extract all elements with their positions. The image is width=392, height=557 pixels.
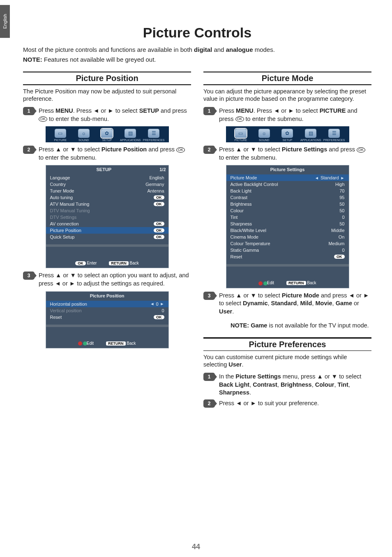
step-1: 1 Press MENU. Press ◄ or ► to select SET…	[23, 107, 191, 123]
osd-row-value: OK	[154, 195, 164, 200]
osd-row-label: ATV Manual Tuning	[50, 202, 90, 207]
osd-title: Picture Position	[48, 293, 166, 298]
tab-picture: ▭PICTURE	[49, 129, 72, 142]
applications-icon: ▤	[125, 129, 136, 138]
right-arrow-icon: ►	[160, 302, 164, 306]
preferences-icon: ☰	[328, 129, 340, 138]
intro-line-2: NOTE: Features not available will be gre…	[23, 56, 371, 64]
osd-row-label: Reset	[50, 315, 62, 320]
osd-row: ATV Manual TuningOK	[46, 201, 168, 207]
osd-row-value: OK	[154, 228, 164, 233]
picture-icon: ▭	[55, 129, 66, 138]
osd-row-value: Medium	[328, 241, 344, 246]
osd-row: LanguageEnglish	[46, 174, 168, 181]
osd-tab-bar-setup: ▭PICTURE ☼SOUND ✿SETUP ▤APPLICATIONS ☰PR…	[46, 126, 169, 142]
osd-row-label: Back Light	[231, 188, 251, 193]
tab-setup: ✿SETUP	[276, 129, 299, 142]
page-title: Picture Controls	[23, 25, 371, 41]
step-2: 2 Press ▲ or ▼ to select Picture Setting…	[203, 146, 371, 162]
osd-row-value: ◄Standard►	[315, 175, 344, 180]
osd-row-label: Tuner Mode	[50, 188, 74, 193]
step-text: Press MENU. Press ◄ or ► to select PICTU…	[219, 107, 371, 123]
osd-row-value: OK	[154, 234, 164, 239]
osd-row: ResetOK	[46, 314, 168, 320]
osd-row: Sharpness50	[226, 220, 349, 227]
ok-pill: OK	[154, 315, 164, 319]
sound-icon: ☼	[78, 129, 90, 138]
osd-row: ResetOK	[226, 253, 349, 260]
osd-footer: Edit RETURN Back	[46, 339, 168, 348]
osd-row-value: High	[335, 182, 345, 187]
step-text: Press ▲ or ▼ to select Picture Settings …	[219, 146, 371, 162]
tab-applications: ▤APPLICATIONS	[299, 129, 323, 142]
tab-sound: ☼SOUND	[72, 129, 95, 142]
osd-row: Colour50	[226, 207, 349, 214]
step-badge: 2	[203, 399, 215, 408]
ok-pill: OK	[75, 261, 86, 265]
osd-row: Quick SetupOK	[46, 234, 168, 240]
osd-tab-bar-picture: ▭PICTURE ☼SOUND ✿SETUP ▤APPLICATIONS ☰PR…	[226, 126, 349, 142]
setup-icon: ✿	[101, 129, 113, 138]
tab-setup: ✿SETUP	[95, 129, 119, 142]
language-tab: English	[0, 5, 10, 38]
step-3: 3 Press ▲ or ▼ to select an option you w…	[23, 272, 191, 288]
left-arrow-icon: ◄	[150, 302, 154, 306]
pref-step-1: 1 In the Picture Settings menu, press ▲ …	[203, 373, 371, 397]
step-badge: 1	[23, 107, 35, 115]
osd-row: Back Light70	[226, 188, 349, 194]
osd-row-label: Active Backlight Control	[231, 182, 278, 187]
osd-row: Tuner ModeAntenna	[46, 188, 168, 194]
osd-row-value: 50	[339, 208, 344, 213]
osd-row: Contrast95	[226, 194, 349, 201]
text: and	[212, 46, 226, 53]
text: Features not available will be greyed ou…	[42, 56, 156, 63]
return-pill: RETURN	[106, 341, 126, 346]
text: modes.	[253, 46, 274, 53]
ok-icon: OK	[235, 116, 244, 122]
osd-title: SETUP	[48, 167, 160, 172]
osd-row-label: DTV Settings	[50, 215, 77, 220]
osd-row: Picture PositionOK	[46, 227, 168, 234]
osd-row-value: English	[149, 175, 164, 180]
osd-title: Picture Settings	[229, 167, 346, 172]
tab-applications: ▤APPLICATIONS	[119, 129, 142, 142]
osd-row-label: Black/White Level	[231, 228, 266, 233]
text-bold: analogue	[226, 46, 253, 53]
osd-row-label: Tint	[231, 215, 238, 220]
step-badge: 2	[23, 146, 35, 154]
note-game: NOTE: Game is not available for the TV i…	[231, 322, 371, 330]
step-text: In the Picture Settings menu, press ▲ or…	[219, 373, 371, 397]
step-text: Press MENU. Press ◄ or ► to select SETUP…	[39, 107, 191, 123]
osd-row-label: Colour	[231, 208, 244, 213]
osd-row-value: Antenna	[148, 188, 164, 193]
ok-pill: OK	[154, 222, 164, 226]
osd-row: AV connectionOK	[46, 220, 168, 227]
osd-row-label: DTV Manual Tuning	[50, 208, 90, 213]
pref-step-2: 2 Press ◄ or ► to suit your preference.	[203, 399, 371, 408]
step-2: 2 Press ▲ or ▼ to select Picture Positio…	[23, 146, 191, 162]
osd-row: Auto tuningOK	[46, 194, 168, 201]
tab-sound: ☼SOUND	[252, 129, 276, 142]
osd-picture-position-box: Picture Position Horizontal position◄0►V…	[46, 291, 169, 348]
osd-row-value: Middle	[331, 228, 344, 233]
osd-row: Colour TemperatureMedium	[226, 240, 349, 247]
tab-preferences: ☰PREFERENCES	[323, 129, 346, 142]
step-badge: 3	[23, 272, 35, 280]
osd-row-value: 50	[339, 202, 344, 207]
right-column: Picture Mode You can adjust the picture …	[203, 68, 371, 410]
osd-row-value: 70	[339, 188, 344, 193]
osd-row: Horizontal position◄0►	[46, 301, 168, 307]
osd-row-label: Contrast	[231, 195, 248, 200]
step-text: Press ▲ or ▼ to select Picture Mode and …	[219, 292, 371, 316]
dpad-icon	[258, 281, 263, 285]
osd-row-value: 0	[161, 308, 164, 313]
osd-row-label: Static Gamma	[231, 248, 259, 253]
osd-row-label: Reset	[231, 254, 242, 259]
osd-picture-settings-box: Picture Settings Picture Mode◄Standard►A…	[226, 165, 349, 288]
osd-row: DTV Manual Tuning	[46, 207, 168, 214]
osd-row-value: OK	[154, 315, 164, 320]
ok-icon: OK	[357, 147, 365, 153]
ok-pill: OK	[154, 228, 164, 232]
step-badge: 2	[203, 146, 215, 154]
osd-row: Vertical position0	[46, 307, 168, 314]
